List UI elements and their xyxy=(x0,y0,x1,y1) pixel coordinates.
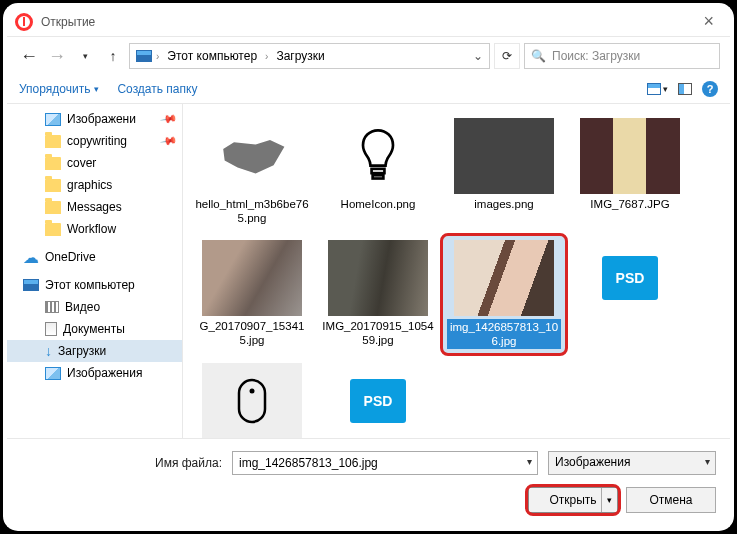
refresh-button[interactable]: ⟳ xyxy=(494,43,520,69)
file-open-dialog: Открытие × ← → ▾ ↑ › Этот компьютер › За… xyxy=(7,7,730,527)
file-item[interactable]: img_1426857813_106.jpg xyxy=(443,236,565,353)
downloads-icon: ↓ xyxy=(45,345,52,358)
pin-icon: 📌 xyxy=(160,110,179,129)
organize-button[interactable]: Упорядочить▾ xyxy=(19,82,99,96)
yandex-icon xyxy=(15,13,33,31)
sidebar-item[interactable]: cover xyxy=(7,152,182,174)
sidebar-item-label: Этот компьютер xyxy=(45,278,135,292)
back-button[interactable]: ← xyxy=(17,44,41,68)
cancel-button[interactable]: Отмена xyxy=(626,487,716,513)
breadcrumb[interactable]: Загрузки xyxy=(272,47,328,65)
sidebar-item-label: graphics xyxy=(67,178,112,192)
pictures-icon xyxy=(45,367,61,380)
file-item[interactable]: hello_html_m3b6be765.png xyxy=(191,114,313,230)
file-thumbnail xyxy=(454,118,554,194)
search-placeholder: Поиск: Загрузки xyxy=(552,49,640,63)
svg-rect-2 xyxy=(239,380,265,422)
new-folder-button[interactable]: Создать папку xyxy=(117,82,197,96)
search-icon: 🔍 xyxy=(531,49,546,63)
file-name: IMG_7687.JPG xyxy=(590,197,669,211)
sidebar-item-label: Изображения xyxy=(67,366,142,380)
open-button[interactable]: Открыть ▾ xyxy=(528,487,618,513)
folder-icon xyxy=(45,135,61,148)
titlebar: Открытие × xyxy=(7,7,730,37)
file-grid[interactable]: hello_html_m3b6be765.pngHomeIcon.pngimag… xyxy=(183,104,730,438)
file-item[interactable]: IMG_20170915_105459.jpg xyxy=(317,236,439,353)
file-name: HomeIcon.png xyxy=(341,197,416,211)
pin-icon: 📌 xyxy=(160,132,179,151)
sidebar-item-label: Видео xyxy=(65,300,100,314)
window-title: Открытие xyxy=(41,15,95,29)
file-type-filter[interactable]: Изображения xyxy=(548,451,716,475)
sidebar-item[interactable]: ☁OneDrive xyxy=(7,246,182,268)
sidebar-item-label: Изображени xyxy=(67,112,136,126)
file-item[interactable]: G_20170907_153415.jpg xyxy=(191,236,313,353)
file-thumbnail xyxy=(454,240,554,316)
recent-dropdown[interactable]: ▾ xyxy=(73,44,97,68)
sidebar-item-label: OneDrive xyxy=(45,250,96,264)
sidebar-item[interactable]: graphics xyxy=(7,174,182,196)
chevron-down-icon[interactable]: ⌄ xyxy=(473,49,483,63)
open-split-icon[interactable]: ▾ xyxy=(601,488,617,512)
sidebar-item[interactable]: Видео xyxy=(7,296,182,318)
sidebar-item[interactable]: Workflow xyxy=(7,218,182,240)
pc-icon xyxy=(136,50,152,62)
file-item[interactable]: images.png xyxy=(443,114,565,230)
up-button[interactable]: ↑ xyxy=(101,44,125,68)
file-name: images.png xyxy=(474,197,533,211)
sidebar-item[interactable]: Изображения xyxy=(7,362,182,384)
svg-point-3 xyxy=(250,388,255,393)
svg-rect-1 xyxy=(373,175,384,178)
file-name: G_20170907_153415.jpg xyxy=(195,319,309,348)
file-thumbnail xyxy=(202,240,302,316)
file-item[interactable]: HomeIcon.png xyxy=(317,114,439,230)
search-input[interactable]: 🔍 Поиск: Загрузки xyxy=(524,43,720,69)
filename-input[interactable] xyxy=(232,451,538,475)
file-thumbnail xyxy=(202,363,302,438)
file-thumbnail xyxy=(580,118,680,194)
sidebar: Изображени📌copywriting📌covergraphicsMess… xyxy=(7,104,183,438)
file-thumbnail: PSD xyxy=(328,363,428,438)
preview-pane-button[interactable] xyxy=(678,83,692,95)
breadcrumb[interactable]: Этот компьютер xyxy=(163,47,261,65)
file-thumbnail xyxy=(202,118,302,194)
pc-icon xyxy=(23,279,39,291)
filename-label: Имя файла: xyxy=(132,456,222,470)
file-item[interactable]: IMG_7687.JPG xyxy=(569,114,691,230)
close-icon[interactable]: × xyxy=(695,11,722,32)
bottom-panel: Имя файла: ▾ Изображения ▾ Открыть ▾ Отм… xyxy=(7,438,730,527)
file-item[interactable] xyxy=(191,359,313,438)
file-name: IMG_20170915_105459.jpg xyxy=(321,319,435,348)
file-thumbnail: PSD xyxy=(580,240,680,316)
sidebar-item-label: Загрузки xyxy=(58,344,106,358)
view-button[interactable]: ▾ xyxy=(647,83,668,95)
chevron-right-icon: › xyxy=(265,51,268,62)
sidebar-item[interactable]: ↓Загрузки xyxy=(7,340,182,362)
sidebar-item-label: Документы xyxy=(63,322,125,336)
folder-icon xyxy=(45,157,61,170)
videos-icon xyxy=(45,301,59,313)
folder-icon xyxy=(45,223,61,236)
onedrive-icon: ☁ xyxy=(23,251,39,264)
pictures-icon xyxy=(45,113,61,126)
documents-icon xyxy=(45,322,57,336)
sidebar-item[interactable]: copywriting📌 xyxy=(7,130,182,152)
forward-button: → xyxy=(45,44,69,68)
help-icon[interactable]: ? xyxy=(702,81,718,97)
address-bar[interactable]: › Этот компьютер › Загрузки ⌄ xyxy=(129,43,490,69)
sidebar-item-label: Messages xyxy=(67,200,122,214)
navigation-row: ← → ▾ ↑ › Этот компьютер › Загрузки ⌄ ⟳ … xyxy=(7,37,730,75)
sidebar-item[interactable]: Этот компьютер xyxy=(7,274,182,296)
sidebar-item[interactable]: Документы xyxy=(7,318,182,340)
file-item[interactable]: PSD xyxy=(317,359,439,438)
svg-rect-0 xyxy=(372,169,385,173)
sidebar-item-label: Workflow xyxy=(67,222,116,236)
sidebar-item[interactable]: Изображени📌 xyxy=(7,108,182,130)
toolbar: Упорядочить▾ Создать папку ▾ ? xyxy=(7,75,730,104)
file-thumbnail xyxy=(328,240,428,316)
sidebar-item-label: cover xyxy=(67,156,96,170)
file-item[interactable]: PSD xyxy=(569,236,691,353)
file-thumbnail xyxy=(328,118,428,194)
chevron-right-icon: › xyxy=(156,51,159,62)
sidebar-item[interactable]: Messages xyxy=(7,196,182,218)
